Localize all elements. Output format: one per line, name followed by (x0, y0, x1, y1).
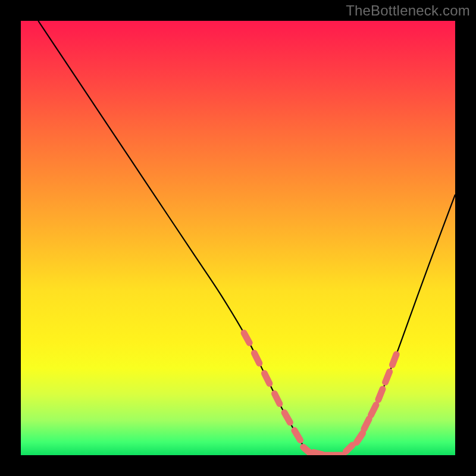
highlight-dash (290, 426, 305, 444)
highlight-dash (240, 328, 254, 347)
bottleneck-curve (38, 21, 455, 455)
curve-layer (21, 21, 455, 455)
highlight-dash (250, 349, 264, 368)
highlight-dash (367, 400, 380, 419)
highlight-dash (381, 368, 393, 387)
highlight-dash (374, 385, 387, 404)
highlight-dash (270, 389, 284, 408)
plot-area (21, 21, 455, 455)
highlight-dash (260, 369, 274, 388)
chart-frame: TheBottleneck.com (0, 0, 476, 476)
curve-line (38, 21, 455, 455)
highlight-markers (240, 328, 401, 455)
highlight-dash (388, 350, 400, 369)
watermark-text: TheBottleneck.com (346, 2, 470, 19)
highlight-dash (280, 408, 295, 427)
